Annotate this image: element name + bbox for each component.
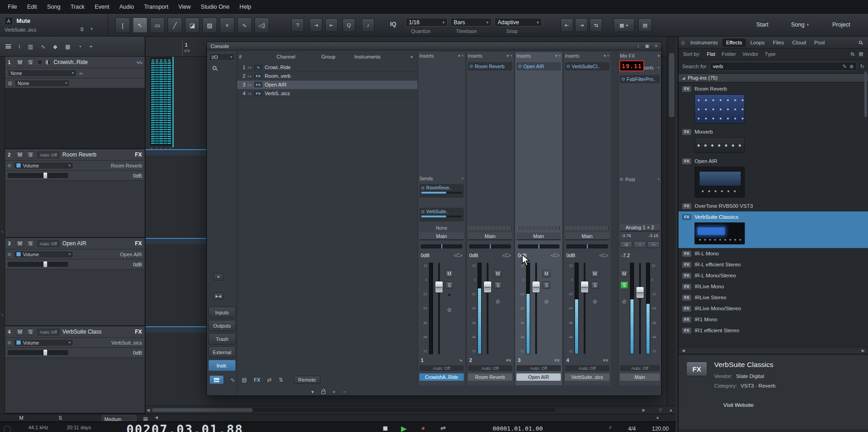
track-1[interactable]: 1MSCrowish..Ride∿∿None▾∞▥None▾ xyxy=(5,57,145,149)
arrange-vertical-scrollbar[interactable] xyxy=(667,37,676,414)
column-instruments[interactable]: Instruments xyxy=(354,54,380,59)
bus-channels-icon[interactable]: ⇄ xyxy=(267,377,271,383)
tab-effects[interactable]: Effects xyxy=(722,38,746,47)
fader-track[interactable] xyxy=(532,263,541,354)
add-insert-icon[interactable]: ▾ + xyxy=(458,54,464,58)
grid-view-icon[interactable]: ▦ xyxy=(859,51,863,57)
menu-view[interactable]: View xyxy=(174,0,196,14)
slider-cap[interactable] xyxy=(43,261,48,268)
power-icon[interactable]: ʘ xyxy=(8,163,11,168)
channel-name-badge[interactable]: Open AIR xyxy=(516,373,561,381)
track-mute-button[interactable]: M xyxy=(16,59,24,66)
bank-instr[interactable]: Instr. xyxy=(208,360,236,371)
close-icon[interactable]: × xyxy=(655,43,657,49)
scroll-right-icon[interactable]: ▶ xyxy=(862,348,865,353)
output-select[interactable]: Main xyxy=(468,232,512,240)
split-tool-icon[interactable]: ╱ xyxy=(168,17,182,33)
tab-files[interactable]: Files xyxy=(769,38,787,47)
mixer-strip-3[interactable]: Inserts▾ +ʘOpen AIRMain0dB<C>100-12-24-3… xyxy=(515,52,562,385)
power-icon[interactable]: ʘ xyxy=(622,77,625,81)
record-button[interactable]: ● xyxy=(421,424,425,432)
browser-horizontal-scrollbar[interactable]: ◀ ▶ xyxy=(678,347,868,354)
plugin-item-irlive-mono[interactable]: FXIRLive Mono xyxy=(678,281,868,292)
power-icon[interactable]: ʘ xyxy=(8,340,11,345)
plugin-item-ir-l-mono[interactable]: FXIR-L Mono xyxy=(678,248,868,259)
dropout-indicator[interactable]: 19.11 xyxy=(619,60,644,71)
plugin-item-irlive-stereo[interactable]: FXIRLive Stereo xyxy=(678,292,868,303)
chevron-down-icon[interactable]: ▾ xyxy=(91,27,93,31)
add-channel-icon[interactable]: + xyxy=(410,54,413,59)
audio-clip-group[interactable]: CCCCC xyxy=(150,58,172,146)
output-select[interactable]: Main xyxy=(419,232,464,240)
channel-name-badge[interactable]: Room Reverb xyxy=(468,373,512,381)
track-3[interactable]: 3MSAuto: OffOpen AIRFXʘVolume▾Open AIR0d… xyxy=(5,238,145,326)
tab-instruments[interactable]: Instruments xyxy=(687,38,722,47)
channel-mode-icon[interactable]: ⊘ xyxy=(592,298,597,305)
menu-edit[interactable]: Edit xyxy=(22,0,42,14)
plugins-group-header[interactable]: ◢ Plug-ins (75) xyxy=(678,73,868,82)
automation-mode[interactable]: Auto: Off xyxy=(468,365,512,371)
mute-button[interactable]: M xyxy=(445,270,453,277)
channel-mode-icon[interactable]: ⊘ xyxy=(622,298,626,305)
sort-flat[interactable]: Flat xyxy=(707,51,715,57)
arrange-horizontal-scrollbar[interactable]: ◀ ▶ ▽ ▲ xyxy=(146,405,676,414)
fader-track[interactable] xyxy=(635,263,645,354)
plugin-item-overtone-rvb500-vst3[interactable]: FXOverTone RVB500 VST3 xyxy=(678,200,868,211)
humanize-icon[interactable]: ♪ xyxy=(362,18,374,32)
solo-button[interactable]: S xyxy=(591,281,599,289)
solo-button[interactable]: S xyxy=(542,281,550,289)
pan-slider[interactable] xyxy=(566,244,608,248)
insert-device[interactable]: ʘVerbSuiteCl.. xyxy=(565,62,609,70)
snap-select[interactable]: Adaptive▾ xyxy=(494,18,542,27)
automation-mode[interactable]: Auto: Off xyxy=(37,240,60,247)
strip-inserts-header[interactable]: Inserts▾ + xyxy=(565,52,609,59)
home-icon[interactable]: ⌂ xyxy=(681,39,685,46)
automation-mode[interactable]: Auto: Off xyxy=(565,365,609,371)
strip-inserts-header[interactable]: Inserts▾ + xyxy=(516,52,561,59)
fader-cap[interactable] xyxy=(483,281,492,293)
mute-tool-icon[interactable]: × xyxy=(220,17,234,33)
scroll-down-button[interactable]: ▼ xyxy=(213,273,223,281)
pan-value[interactable]: <C> xyxy=(454,253,462,258)
scroll-collapse-button[interactable]: ▶◀ xyxy=(213,292,223,300)
plugin-item-verbsuite-classics[interactable]: FXVerbSuite Classics xyxy=(678,211,868,248)
quantize-icon[interactable]: ⇥ xyxy=(309,18,322,32)
console-titlebar[interactable]: Console ↓▣× xyxy=(207,42,661,50)
dual-pane-icon[interactable]: ⇆ xyxy=(590,18,602,32)
output-select[interactable]: Main xyxy=(565,232,609,240)
fader-cap[interactable] xyxy=(580,281,589,293)
plugin-item-irlive-mono-stereo[interactable]: FXIRLive Mono/Stereo xyxy=(678,303,868,314)
channel-mode-icon[interactable]: ⊘ xyxy=(544,298,548,305)
channel-name-badge[interactable]: VerbSuite..sics xyxy=(565,373,609,381)
stop-button[interactable]: ◼ xyxy=(383,424,388,432)
event-edge-tool-icon[interactable]: [ xyxy=(115,17,130,33)
io-channels-icon[interactable]: ⇅ xyxy=(279,377,283,383)
nudge-right-icon[interactable]: ⇥ xyxy=(575,18,588,32)
plugin-item-mixverb[interactable]: FXMixverb xyxy=(678,126,868,153)
quantize-50-icon[interactable]: ⇤ xyxy=(325,18,338,32)
loop-button[interactable]: ⇌ xyxy=(440,424,446,432)
eraser-tool-icon[interactable]: ◪ xyxy=(185,17,200,33)
slider-cap[interactable] xyxy=(43,349,48,356)
sort-vendor[interactable]: Vendor xyxy=(742,51,758,57)
channel-mode-icon[interactable]: ⊘ xyxy=(495,298,500,305)
pan-value[interactable]: <C> xyxy=(502,253,511,258)
pan-value[interactable]: <C> xyxy=(551,253,559,258)
global-mute-button[interactable]: M xyxy=(19,415,23,421)
strip-inserts-header[interactable]: Inserts▾ + xyxy=(468,52,512,59)
tab-loops[interactable]: Loops xyxy=(747,38,768,47)
fader-track[interactable] xyxy=(434,263,444,354)
fader-track[interactable] xyxy=(483,263,492,354)
track-mute-button[interactable]: M xyxy=(16,240,24,247)
post-fader-slot[interactable]: ʘ Post + xyxy=(620,176,660,183)
play-button[interactable]: ▶ xyxy=(401,424,407,432)
plugin-item-ir1-efficient-stereo[interactable]: FXIR1 efficient Stereo xyxy=(678,325,868,336)
add-insert-icon[interactable]: ▾ + xyxy=(604,54,609,58)
track-2[interactable]: 2MSAuto: OffRoom ReverbFXʘVolume▾Room Re… xyxy=(5,149,145,238)
param-select[interactable]: Volume▾ xyxy=(14,162,73,169)
link-toggle-icon[interactable]: ∞ xyxy=(79,70,83,76)
fx-channels-icon[interactable]: FX xyxy=(254,377,260,383)
search-value[interactable]: verb xyxy=(713,64,840,69)
sort-type[interactable]: Type xyxy=(765,51,776,57)
editor-view-icon[interactable]: ▤ xyxy=(638,18,652,32)
